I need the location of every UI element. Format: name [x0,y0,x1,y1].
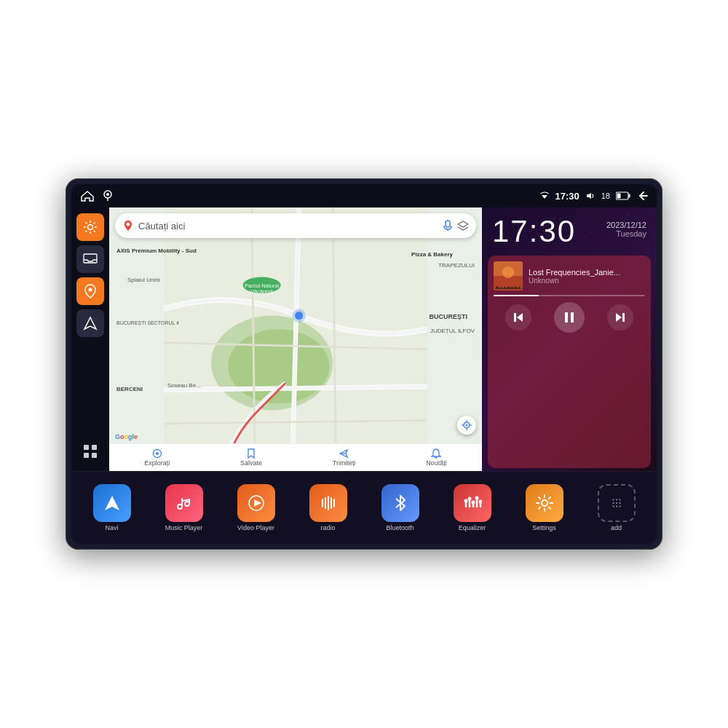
svg-rect-11 [84,445,89,450]
pause-btn[interactable] [554,302,585,333]
svg-rect-14 [92,453,97,458]
map-nav-news[interactable]: Noutăți [426,448,447,467]
svg-point-17 [228,329,329,403]
radio-waves-icon [319,494,338,513]
map-label-buc: BUCUREȘTI [429,313,467,320]
sidebar-nav-btn[interactable] [76,309,104,337]
map-search-bar[interactable]: Căutați aici [115,213,476,238]
right-panel: 17:30 2023/12/12 Tuesday [482,207,657,471]
music-player-label: Music Player [165,524,203,531]
music-note-icon [175,494,194,513]
map-pin-icon[interactable] [102,190,114,202]
svg-point-72 [542,500,547,506]
svg-point-33 [127,223,130,226]
add-label: add [611,524,622,531]
svg-marker-10 [84,317,96,329]
equalizer-icon-box [454,484,491,522]
music-controls [494,302,645,333]
add-icon [607,494,626,513]
back-icon[interactable] [636,191,648,201]
svg-rect-51 [571,312,574,323]
map-bottom-bar: Explorați Salvate Trimiteți [109,443,482,471]
prev-icon [512,311,525,324]
sidebar-location-btn[interactable] [76,277,104,305]
app-radio[interactable]: radio [293,484,363,531]
svg-rect-5 [629,194,630,198]
next-btn[interactable] [607,304,633,331]
svg-point-37 [466,424,468,427]
maps-icon [122,220,134,232]
svg-point-32 [296,312,302,319]
map-label-sector: BUCUREȘTI SECTORUL 4 [116,320,179,325]
map-search-text: Căutați aici [138,221,438,232]
svg-point-65 [467,497,471,501]
main-content: Parcul Natural Văcărești Căutați aici [71,207,657,471]
music-section: Lost Frequencies_Janie... Unknown [488,256,651,468]
svg-rect-12 [92,445,97,450]
music-info: Lost Frequencies_Janie... Unknown [494,261,645,290]
equalizer-icon [463,494,482,513]
svg-marker-56 [254,499,261,507]
map-nav-saved[interactable]: Salvate [240,448,262,467]
svg-rect-53 [622,313,625,322]
svg-point-71 [478,500,482,504]
app-bluetooth[interactable]: Bluetooth [365,484,435,531]
app-video-player[interactable]: Video Player [221,484,290,531]
music-progress-bar[interactable] [494,295,645,296]
map-label-trapez: TRAPEZULUI [438,262,475,269]
bluetooth-icon [392,494,408,513]
music-artist: Unknown [529,277,645,285]
music-thumbnail [494,261,523,290]
settings-icon [83,220,98,234]
navi-icon [93,484,131,522]
svg-marker-48 [517,313,523,322]
svg-point-9 [89,288,92,292]
map-nav-send[interactable]: Trimiteți [333,448,356,467]
app-add[interactable]: add [582,484,651,531]
prev-btn[interactable] [505,304,531,331]
app-settings[interactable]: Settings [510,484,579,531]
svg-point-47 [502,266,514,278]
next-icon [614,311,627,324]
location-btn[interactable] [457,416,476,435]
device-outer: 17:30 18 [66,178,662,550]
svg-rect-50 [565,312,568,323]
app-navi[interactable]: Navi [77,484,146,531]
navi-arrow-icon [102,493,122,513]
sidebar-tray-btn[interactable] [76,245,104,273]
volume-icon [585,191,596,200]
navi-label: Navi [105,524,118,531]
svg-point-63 [464,499,467,503]
sidebar-settings-btn[interactable] [76,213,104,241]
grid-icon [82,443,98,459]
home-icon[interactable] [80,190,95,202]
map-label-splaiul: Splaiul Unirii [127,277,159,283]
share-icon [339,448,349,459]
music-title: Lost Frequencies_Janie... [529,268,645,277]
layers-icon[interactable] [457,220,469,232]
mic-icon[interactable] [443,220,453,232]
nav-arrow-icon [83,316,98,331]
sidebar-grid-btn[interactable] [76,438,104,465]
map-nav-explore[interactable]: Explorați [144,448,170,467]
play-icon [247,494,266,513]
svg-marker-54 [105,496,119,510]
map-label-pizza: Pizza & Bakery [411,251,453,258]
settings-label: Settings [532,524,556,531]
battery-icon [616,191,630,200]
tray-icon [83,253,98,265]
pause-icon [562,310,577,325]
map-container[interactable]: Parcul Natural Văcărești Căutați aici [109,207,482,471]
map-label-axis: AXIS Premium Mobility - Sud [116,248,197,254]
explore-icon [152,448,162,459]
bookmark-icon [246,448,256,459]
app-equalizer[interactable]: Equalizer [438,484,507,531]
video-icon [237,484,275,522]
time-display: 17:30 [555,191,579,202]
bluetooth-label: Bluetooth [386,524,414,531]
app-music-player[interactable]: Music Player [149,484,218,531]
svg-text:Văcărești: Văcărești [250,288,273,295]
svg-point-69 [475,496,478,500]
clock-day: Tuesday [606,229,646,238]
sidebar [71,207,109,471]
